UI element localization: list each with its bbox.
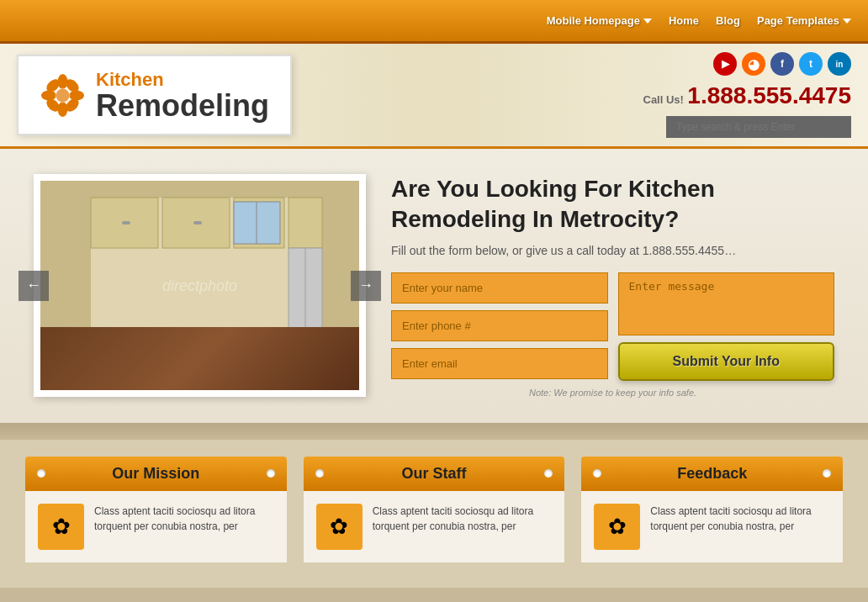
card-dot-left — [593, 469, 601, 478]
svg-rect-20 — [91, 328, 322, 338]
flower-icon: ✿ — [52, 514, 71, 540]
slider-frame: directphoto — [34, 174, 366, 397]
main-content: ← — [0, 149, 868, 423]
card-dot-left — [315, 469, 324, 478]
flower-icon: ✿ — [608, 514, 627, 540]
staff-card-body: ✿ Class aptent taciti sociosqu ad litora… — [304, 491, 565, 562]
slider-prev-button[interactable]: ← — [19, 271, 49, 301]
form-right-column: Submit Your Info — [618, 272, 835, 381]
svg-rect-26 — [173, 378, 177, 390]
phone-number: Call Us! 1.888.555.4475 — [643, 82, 852, 109]
flower-icon: ✿ — [330, 514, 348, 540]
mission-card-header: Our Mission — [25, 457, 287, 491]
slider-next-button[interactable]: → — [351, 271, 381, 301]
svg-point-3 — [41, 90, 56, 100]
form-headline: Are You Looking For Kitchen Remodeling I… — [391, 174, 834, 235]
mission-card-text: Class aptent taciti sociosqu ad litora t… — [94, 504, 274, 550]
svg-rect-25 — [171, 374, 196, 378]
feedback-card-icon: ✿ — [594, 504, 640, 550]
svg-rect-16 — [122, 221, 130, 224]
dropdown-arrow-icon — [843, 18, 851, 24]
form-note: Note: We promise to keep your info safe. — [391, 388, 834, 398]
form-layout: Submit Your Info — [391, 272, 834, 381]
linkedin-icon[interactable]: in — [828, 52, 851, 76]
watermark: directphoto — [162, 277, 237, 294]
rss-icon[interactable]: ◕ — [742, 52, 765, 76]
svg-rect-15 — [288, 198, 322, 248]
svg-rect-27 — [191, 378, 194, 390]
feedback-card: Feedback ✿ Class aptent taciti sociosqu … — [581, 457, 843, 562]
feedback-card-text: Class aptent taciti sociosqu ad litora t… — [650, 504, 830, 550]
nav-mobile-homepage[interactable]: Mobile Homepage — [538, 14, 660, 27]
card-dot-right — [823, 469, 831, 478]
mission-card: Our Mission ✿ Class aptent taciti socios… — [25, 457, 287, 562]
email-input[interactable] — [391, 348, 608, 379]
svg-point-1 — [58, 74, 68, 89]
svg-rect-22 — [162, 338, 230, 388]
dropdown-arrow-icon — [643, 18, 652, 24]
staff-card-header: Our Staff — [304, 457, 565, 491]
logo: Kitchen Remodeling — [17, 55, 292, 135]
mission-card-icon: ✿ — [38, 504, 84, 550]
social-icons: ▶ ◕ f t in — [713, 52, 851, 76]
facebook-icon[interactable]: f — [770, 52, 794, 76]
image-slider: ← — [34, 174, 366, 397]
feedback-card-title: Feedback — [677, 465, 747, 483]
phone-input[interactable] — [391, 310, 608, 341]
mission-card-title: Our Mission — [112, 465, 199, 483]
logo-remodeling: Remodeling — [96, 91, 269, 121]
svg-rect-17 — [193, 221, 202, 224]
cards-section: Our Mission ✿ Class aptent taciti socios… — [0, 440, 868, 588]
svg-rect-28 — [217, 374, 242, 378]
contact-form-section: Are You Looking For Kitchen Remodeling I… — [391, 174, 834, 398]
twitter-icon[interactable]: t — [799, 52, 823, 76]
form-subtext: Fill out the form below, or give us a ca… — [391, 244, 834, 257]
svg-point-2 — [58, 102, 68, 117]
nav-page-templates[interactable]: Page Templates — [749, 14, 860, 27]
top-navigation: Mobile Homepage Home Blog Page Templates — [0, 0, 868, 44]
name-input[interactable] — [391, 272, 608, 304]
header-right: ▶ ◕ f t in Call Us! 1.888.555.4475 — [643, 52, 852, 138]
staff-card: Our Staff ✿ Class aptent taciti sociosqu… — [304, 457, 565, 562]
feedback-card-header: Feedback — [581, 457, 843, 491]
staff-card-title: Our Staff — [402, 465, 467, 483]
svg-point-4 — [69, 90, 84, 100]
message-textarea[interactable] — [618, 272, 835, 335]
nav-home[interactable]: Home — [660, 14, 707, 27]
search-input[interactable] — [666, 116, 851, 138]
nav-blog[interactable]: Blog — [707, 14, 749, 27]
svg-rect-31 — [150, 349, 259, 383]
card-dot-right — [267, 469, 275, 478]
svg-point-9 — [56, 87, 71, 103]
svg-rect-30 — [237, 378, 241, 390]
youtube-icon[interactable]: ▶ — [713, 52, 737, 76]
card-dot-left — [37, 469, 45, 478]
svg-rect-29 — [220, 378, 223, 390]
staff-card-text: Class aptent taciti sociosqu ad litora t… — [373, 504, 553, 550]
site-header: Kitchen Remodeling ▶ ◕ f t in Call Us! 1… — [0, 44, 868, 149]
svg-rect-32 — [40, 387, 359, 390]
staff-card-icon: ✿ — [316, 504, 363, 550]
svg-rect-21 — [91, 338, 158, 388]
feedback-card-body: ✿ Class aptent taciti sociosqu ad litora… — [581, 491, 843, 562]
card-dot-right — [544, 469, 553, 478]
logo-text: Kitchen Remodeling — [96, 69, 269, 121]
submit-button[interactable]: Submit Your Info — [618, 342, 835, 381]
form-left-column — [391, 272, 608, 381]
logo-flower-icon — [40, 72, 86, 119]
section-divider — [0, 423, 868, 440]
mission-card-body: ✿ Class aptent taciti sociosqu ad litora… — [25, 491, 287, 562]
kitchen-image: directphoto — [40, 181, 359, 390]
